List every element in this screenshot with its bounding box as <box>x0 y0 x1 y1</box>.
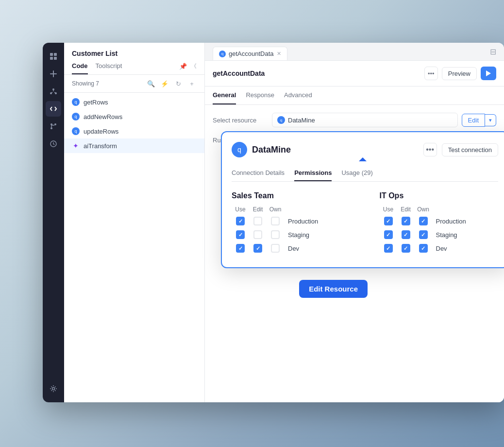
tab-bar: q getAccountData ✕ ⊟ <box>205 43 504 61</box>
itops-prod-own-checkbox[interactable] <box>415 217 432 225</box>
resource-panel-menu-btn[interactable]: ••• <box>423 143 437 156</box>
itops-staging-own-checkbox[interactable] <box>415 230 432 239</box>
resource-panel-icon: q <box>232 142 247 157</box>
itops-title: IT Ops <box>380 191 499 200</box>
aitransform-icon: ✦ <box>72 142 80 150</box>
code-icon[interactable] <box>46 101 61 117</box>
run-button[interactable] <box>481 67 496 80</box>
updaterows-label: updateRows <box>84 128 118 135</box>
add-code-icon[interactable]: + <box>187 79 197 88</box>
itops-prod-label: Production <box>436 218 466 225</box>
grid-icon[interactable] <box>46 49 61 64</box>
itops-staging-use-checkbox[interactable] <box>380 230 397 239</box>
tab-advanced[interactable]: Advanced <box>284 86 312 104</box>
query-tab-label: getAccountData <box>229 50 274 57</box>
permission-group-itops: IT Ops Use Edit Own Production Staging <box>380 191 499 258</box>
tab-toolscript[interactable]: Toolscript <box>96 62 122 74</box>
sales-staging-use-checkbox[interactable] <box>232 230 249 239</box>
sales-dev-edit-checkbox[interactable] <box>249 244 267 253</box>
sales-dev-use-checkbox[interactable] <box>232 244 249 253</box>
resource-panel-name: DataMine <box>252 145 419 155</box>
itops-dev-use-checkbox[interactable] <box>380 244 397 253</box>
edit-resource-tooltip: Edit Resource <box>299 280 368 298</box>
query-section-tabs: General Response Advanced <box>205 86 504 105</box>
refresh-icon[interactable]: ↻ <box>173 79 183 88</box>
svg-rect-1 <box>54 53 57 56</box>
code-item-addnewrows[interactable]: q addNewRows <box>64 109 204 124</box>
code-panel: Customer List Code Toolscript 📌 《 Showin… <box>64 43 205 402</box>
sales-prod-own-checkbox[interactable] <box>267 217 284 225</box>
svg-rect-2 <box>50 57 53 60</box>
resource-panel-header: q DataMine ••• Test connection <box>232 142 498 157</box>
sales-staging-own-checkbox[interactable] <box>267 230 284 239</box>
sidebar-icons <box>43 43 64 402</box>
itops-perm-header: Use Edit Own <box>380 206 499 213</box>
tab-collapse-icon[interactable]: ⊟ <box>490 47 496 60</box>
getrows-icon: q <box>72 98 80 106</box>
edit-resource-button[interactable]: Edit <box>462 114 485 127</box>
updaterows-icon: q <box>72 127 80 135</box>
svg-rect-3 <box>54 57 57 60</box>
resource-dropdown[interactable]: q DataMine <box>272 113 458 127</box>
tab-connection-details[interactable]: Connection Details <box>232 165 285 181</box>
code-item-getrows[interactable]: q getRows <box>64 95 204 109</box>
sales-staging-edit-checkbox[interactable] <box>249 230 267 239</box>
code-panel-actions: 📌 《 <box>179 62 197 74</box>
resource-selector: q DataMine Edit ▾ <box>272 113 496 127</box>
history-icon[interactable] <box>46 136 61 152</box>
itops-prod-edit-checkbox[interactable] <box>397 217 415 225</box>
test-connection-button[interactable]: Test connection <box>442 143 498 156</box>
edit-dropdown-button[interactable]: ▾ <box>485 114 496 126</box>
query-name: getAccountData <box>213 69 420 77</box>
itops-staging-edit-checkbox[interactable] <box>397 230 415 239</box>
sales-edit-col: Edit <box>249 206 267 213</box>
tab-code[interactable]: Code <box>72 62 88 74</box>
sales-prod-label: Production <box>288 218 318 225</box>
add-icon[interactable] <box>46 66 61 82</box>
code-panel-header: Customer List Code Toolscript 📌 《 <box>64 43 204 75</box>
code-panel-title: Customer List <box>72 50 197 57</box>
pin-icon[interactable]: 📌 <box>179 63 187 70</box>
sales-team-title: Sales Team <box>232 191 351 200</box>
sales-staging-row: Staging <box>232 230 351 239</box>
aitransform-label: aiTransform <box>84 142 117 150</box>
settings-icon[interactable] <box>46 381 61 396</box>
itops-prod-use-checkbox[interactable] <box>380 217 397 225</box>
tab-permissions[interactable]: Permissions <box>294 165 332 181</box>
sales-prod-use-checkbox[interactable] <box>232 217 249 225</box>
sales-dev-own-checkbox[interactable] <box>267 244 284 253</box>
code-item-updaterows[interactable]: q updateRows <box>64 124 204 138</box>
tooltip-arrow <box>359 157 367 161</box>
resource-tabs: Connection Details Permissions Usage (29… <box>232 165 498 182</box>
filter-icon[interactable]: ⚡ <box>160 79 169 88</box>
git-icon[interactable] <box>46 119 61 134</box>
itops-dev-label: Dev <box>436 245 447 252</box>
resource-panel: q DataMine ••• Test connection Connectio… <box>221 131 504 268</box>
tab-response[interactable]: Response <box>246 86 274 104</box>
code-panel-tabs: Code Toolscript 📌 《 <box>72 62 197 74</box>
sales-staging-label: Staging <box>288 231 309 239</box>
itops-dev-own-checkbox[interactable] <box>415 244 432 253</box>
sales-dev-label: Dev <box>288 245 299 252</box>
sales-prod-edit-checkbox[interactable] <box>249 217 267 225</box>
select-resource-row: Select resource q DataMine Edit ▾ <box>213 113 496 127</box>
itops-dev-edit-checkbox[interactable] <box>397 244 415 253</box>
itops-staging-row: Staging <box>380 230 499 239</box>
sales-perm-header: Use Edit Own <box>232 206 351 213</box>
itops-own-col: Own <box>415 206 432 213</box>
flow-icon[interactable] <box>46 84 61 99</box>
query-tab-getaccountdata[interactable]: q getAccountData ✕ <box>213 47 287 60</box>
tab-usage[interactable]: Usage (29) <box>341 165 372 181</box>
search-icon[interactable]: 🔍 <box>146 79 156 88</box>
itops-dev-row: Dev <box>380 244 499 253</box>
collapse-icon[interactable]: 《 <box>191 62 197 70</box>
sales-use-col: Use <box>232 206 249 213</box>
query-menu-btn[interactable]: ••• <box>424 67 438 80</box>
addnewrows-label: addNewRows <box>84 113 122 120</box>
sales-production-row: Production <box>232 217 351 225</box>
preview-button[interactable]: Preview <box>442 67 477 80</box>
query-editor-header: getAccountData ••• Preview <box>205 61 504 86</box>
code-item-aitransform[interactable]: ✦ aiTransform <box>64 138 204 153</box>
tab-close-icon[interactable]: ✕ <box>277 51 281 57</box>
tab-general[interactable]: General <box>213 86 236 104</box>
